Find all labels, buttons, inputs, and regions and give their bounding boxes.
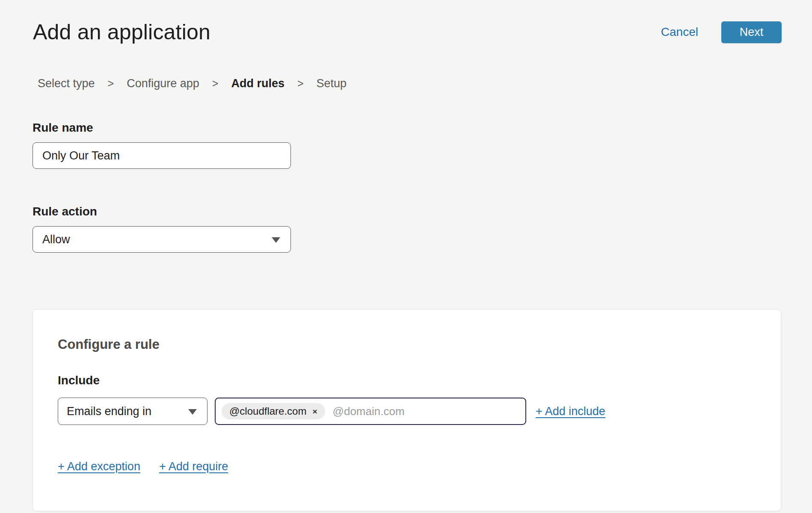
add-include-link[interactable]: + Add include	[536, 405, 605, 418]
remove-tag-icon[interactable]: ×	[312, 407, 317, 416]
email-domain-tag-label: @cloudflare.com	[229, 405, 306, 417]
rule-action-select[interactable]: Allow	[33, 226, 291, 253]
page-title: Add an application	[33, 20, 210, 44]
page-header: Add an application Cancel Next	[0, 19, 812, 45]
email-domain-tag-input[interactable]: @cloudflare.com ×	[215, 398, 526, 425]
include-criteria-selected-value: Emails ending in	[67, 405, 151, 418]
cancel-button[interactable]: Cancel	[661, 25, 698, 39]
rule-extra-links: + Add exception + Add require	[58, 460, 756, 473]
rule-name-input[interactable]	[33, 142, 291, 169]
breadcrumb-step-add-rules[interactable]: Add rules	[231, 77, 284, 90]
email-domain-tag: @cloudflare.com ×	[222, 403, 325, 419]
next-button[interactable]: Next	[721, 21, 782, 43]
breadcrumb-separator: >	[108, 77, 114, 90]
chevron-down-icon	[272, 237, 280, 243]
header-actions: Cancel Next	[661, 21, 782, 43]
add-application-page: Add an application Cancel Next Select ty…	[0, 19, 812, 513]
rule-name-label: Rule name	[33, 121, 812, 135]
breadcrumb-step-select-type[interactable]: Select type	[38, 77, 95, 90]
rule-action-selected-value: Allow	[42, 233, 70, 246]
breadcrumb-separator: >	[297, 77, 304, 90]
breadcrumb-step-setup[interactable]: Setup	[317, 77, 347, 90]
configure-rule-title: Configure a rule	[58, 337, 756, 352]
email-domain-entry-input[interactable]	[333, 405, 519, 418]
breadcrumb-separator: >	[212, 77, 219, 90]
include-label: Include	[58, 374, 756, 387]
include-criteria-select[interactable]: Emails ending in	[58, 398, 207, 425]
breadcrumb-step-configure-app[interactable]: Configure app	[127, 77, 199, 90]
add-exception-link[interactable]: + Add exception	[58, 460, 140, 473]
rule-action-label: Rule action	[33, 205, 812, 218]
include-rule-row: Emails ending in @cloudflare.com × + Add…	[58, 398, 756, 425]
chevron-down-icon	[188, 409, 197, 415]
configure-rule-card: Configure a rule Include Emails ending i…	[33, 309, 781, 511]
breadcrumb: Select type > Configure app > Add rules …	[38, 77, 812, 90]
add-require-link[interactable]: + Add require	[159, 460, 228, 473]
